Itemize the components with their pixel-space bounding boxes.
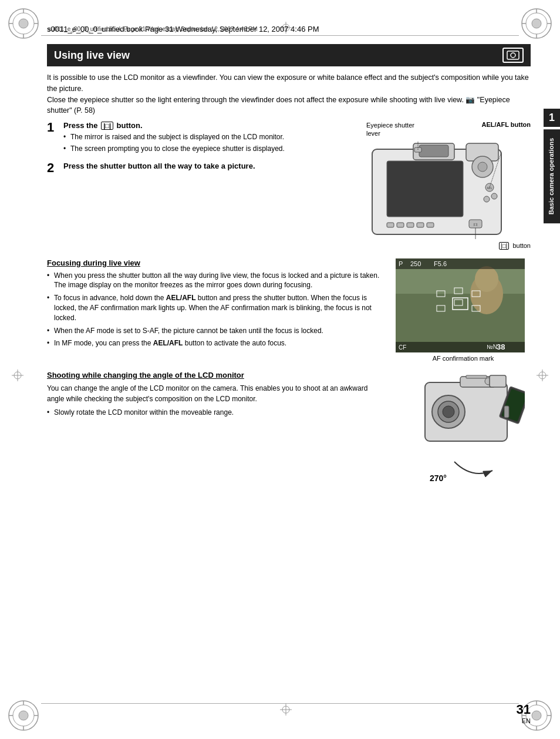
svg-rect-47 xyxy=(387,161,463,217)
focusing-bullets: When you press the shutter button all th… xyxy=(47,271,387,349)
corner-decoration-tr xyxy=(519,6,554,41)
focusing-section: Focusing during live view When you press… xyxy=(47,258,531,362)
svg-point-23 xyxy=(532,711,541,720)
side-tab-number: 1 xyxy=(544,109,560,127)
svg-point-9 xyxy=(532,19,541,28)
lcd-left: Shooting while changing the angle of the… xyxy=(47,371,387,487)
steps-left: 1 Press the |□| button. The mirror is ra… xyxy=(47,121,360,250)
intro-text: It is possible to use the LCD monitor as… xyxy=(47,72,531,116)
reg-mark-right xyxy=(537,370,548,383)
svg-rect-80 xyxy=(396,342,525,352)
svg-rect-40 xyxy=(507,51,519,59)
camera-diagram: Eyepiece shutter lever AEL/AFL button xyxy=(366,121,531,250)
step-2: 2 Press the shutter button all the way t… xyxy=(47,162,360,174)
svg-rect-45 xyxy=(419,145,448,157)
lcd-intro: You can change the angle of the LCD moni… xyxy=(47,383,387,404)
lcd-section: Shooting while changing the angle of the… xyxy=(47,371,531,487)
svg-rect-56 xyxy=(407,223,414,227)
svg-rect-90 xyxy=(490,375,506,387)
step-1-bullet-2: The screen prompting you to close the ey… xyxy=(63,144,360,154)
corner-decoration-tl xyxy=(6,6,41,41)
page-footer: 31 EN xyxy=(517,702,531,724)
svg-rect-94 xyxy=(504,406,509,418)
step-1-number: 1 xyxy=(47,121,59,156)
af-confirmation-label: AF confirmation mark xyxy=(396,355,531,362)
main-content: Using live view It is possible to use th… xyxy=(47,44,531,704)
page-lang: EN xyxy=(522,717,531,724)
step-1-bullet-1: The mirror is raised and the subject is … xyxy=(63,132,360,142)
svg-text:38: 38 xyxy=(497,342,505,351)
camera-back-svg: AFL |□| xyxy=(366,140,507,243)
svg-text:CF: CF xyxy=(399,344,406,351)
lcd-title: Shooting while changing the angle of the… xyxy=(47,371,387,379)
focusing-right: P 250 F5.6 №N 38 C xyxy=(396,258,531,362)
page-number: 31 xyxy=(517,702,531,717)
svg-rect-58 xyxy=(427,223,434,227)
svg-rect-91 xyxy=(466,375,487,378)
focusing-bullet-2: To focus in advance, hold down the AEL/A… xyxy=(47,293,387,323)
svg-point-53 xyxy=(491,193,497,199)
lcd-bullets: Slowly rotate the LCD monitor within the… xyxy=(47,408,387,418)
svg-text:|□|: |□| xyxy=(474,223,478,226)
step-1: 1 Press the |□| button. The mirror is ra… xyxy=(47,121,360,156)
lv-button-icon: |□| xyxy=(101,122,113,130)
step-1-title: Press the |□| button. xyxy=(63,121,360,130)
section-header: Using live view xyxy=(47,44,531,66)
svg-point-87 xyxy=(443,406,454,418)
corner-decoration-bl xyxy=(6,698,41,733)
section-title: Using live view xyxy=(54,49,130,62)
lcd-camera-diagram: 270° xyxy=(396,371,531,487)
reg-mark-left xyxy=(12,370,23,383)
svg-rect-55 xyxy=(397,223,404,227)
reg-mark-bottom xyxy=(280,704,292,717)
svg-point-41 xyxy=(511,53,515,58)
svg-point-2 xyxy=(19,19,28,28)
focusing-bullet-1: When you press the shutter button all th… xyxy=(47,271,387,291)
lcd-right: 270° xyxy=(396,371,531,487)
focusing-left: Focusing during live view When you press… xyxy=(47,258,387,362)
file-header-text: s0011_e_00_0_unified.book Page 31 Wednes… xyxy=(48,26,258,32)
side-tab-label: Basic camera operations xyxy=(544,129,560,223)
svg-text:270°: 270° xyxy=(430,473,447,483)
svg-text:F5.6: F5.6 xyxy=(434,260,447,267)
top-border-line xyxy=(41,35,519,36)
step-1-content: Press the |□| button. The mirror is rais… xyxy=(63,121,360,156)
lcd-bullet-1: Slowly rotate the LCD monitor within the… xyxy=(47,408,387,418)
svg-text:№N: №N xyxy=(487,344,497,350)
eyepiece-shutter-label: Eyepiece shutter lever xyxy=(366,121,419,138)
svg-text:P: P xyxy=(399,260,403,267)
step-2-title: Press the shutter button all the way to … xyxy=(63,162,360,170)
diagram-labels-top: Eyepiece shutter lever AEL/AFL button xyxy=(366,121,531,138)
svg-point-49 xyxy=(478,162,487,172)
svg-rect-57 xyxy=(417,223,424,227)
svg-point-52 xyxy=(484,196,490,202)
live-view-photo: P 250 F5.6 №N 38 C xyxy=(396,258,525,352)
focusing-title: Focusing during live view xyxy=(47,258,387,267)
step-2-number: 2 xyxy=(47,162,59,174)
svg-rect-54 xyxy=(387,223,394,227)
live-view-icon xyxy=(502,48,524,63)
svg-point-16 xyxy=(19,711,28,720)
step-2-content: Press the shutter button all the way to … xyxy=(63,162,360,174)
focusing-bullet-4: In MF mode, you can press the AEL/AFL bu… xyxy=(47,338,387,348)
ael-afl-label: AEL/AFL button xyxy=(482,121,531,138)
steps-section: 1 Press the |□| button. The mirror is ra… xyxy=(47,121,531,250)
step-1-bullets: The mirror is raised and the subject is … xyxy=(63,132,360,154)
focusing-bullet-3: When the AF mode is set to S-AF, the pic… xyxy=(47,326,387,336)
svg-text:250: 250 xyxy=(410,260,421,267)
